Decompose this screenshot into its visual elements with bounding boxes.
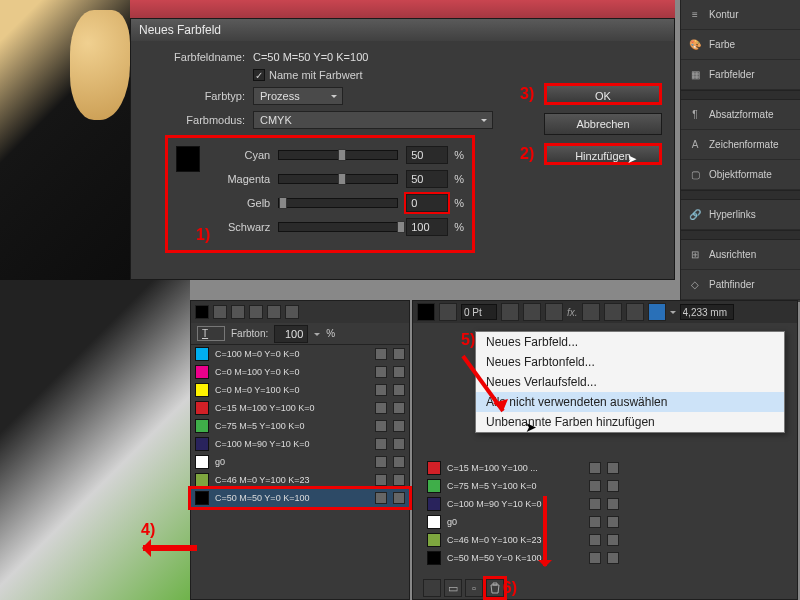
- panel-tab-objektformate[interactable]: ▢ Objektformate: [681, 160, 800, 190]
- swatch-chip: [195, 473, 209, 487]
- toolbar-icon[interactable]: [267, 305, 281, 319]
- swatch-row[interactable]: C=100 M=0 Y=0 K=0: [191, 345, 409, 363]
- panel-tab-hyperlinks[interactable]: 🔗 Hyperlinks: [681, 200, 800, 230]
- swatch-row[interactable]: C=46 M=0 Y=100 K=23: [191, 471, 409, 489]
- gelb-slider[interactable]: [278, 198, 398, 208]
- panel-tab-kontur[interactable]: ≡ Kontur: [681, 0, 800, 30]
- arrow-6: [543, 496, 547, 566]
- pct-label: %: [454, 173, 464, 185]
- swatch-mode-icon: [393, 402, 405, 414]
- swatch-row[interactable]: C=100 M=90 Y=10 K=0: [423, 495, 623, 513]
- new-group-icon[interactable]: ▭: [444, 579, 462, 597]
- cursor-icon: ➤: [627, 149, 637, 169]
- swatch-row[interactable]: g0: [423, 513, 623, 531]
- ok-button[interactable]: OK: [544, 83, 662, 105]
- swatches-panel-right: fx. 5) Neues Farbfeld...Neues Farbtonfel…: [412, 300, 798, 600]
- toolbar-icon[interactable]: [501, 303, 519, 321]
- panel-tab-farbfelder[interactable]: ▦ Farbfelder: [681, 60, 800, 90]
- fill-icon[interactable]: [417, 303, 435, 321]
- magenta-input[interactable]: [406, 170, 448, 188]
- swatch-mode-icon: [393, 456, 405, 468]
- toolbar-icon[interactable]: [545, 303, 563, 321]
- toolbar-icon[interactable]: [626, 303, 644, 321]
- swatch-row[interactable]: C=100 M=90 Y=10 K=0: [191, 435, 409, 453]
- background-photo-bottom: [0, 280, 190, 600]
- cmyk-sliders-group: Cyan % Magenta % Gelb % Schwarz %: [165, 135, 475, 253]
- toolbar-icon[interactable]: [604, 303, 622, 321]
- swatch-row[interactable]: C=15 M=100 Y=100 K=0: [191, 399, 409, 417]
- color-type-select[interactable]: Prozess: [253, 87, 343, 105]
- swatch-row[interactable]: C=75 M=5 Y=100 K=0: [423, 477, 623, 495]
- swatch-mode-icon: [607, 552, 619, 564]
- panel-tab-farbe[interactable]: 🎨 Farbe: [681, 30, 800, 60]
- toolbar-icon[interactable]: [648, 303, 666, 321]
- swatch-row[interactable]: C=50 M=50 Y=0 K=100: [191, 489, 409, 507]
- cyan-input[interactable]: [406, 146, 448, 164]
- swatch-type-icon: [589, 498, 601, 510]
- panel-tab-zeichenformate[interactable]: A Zeichenformate: [681, 130, 800, 160]
- fx-label[interactable]: fx.: [567, 307, 578, 318]
- swatches-panel-left: T Farbton: % C=100 M=0 Y=0 K=0 C=0 M=100…: [190, 300, 410, 600]
- measure-input[interactable]: [680, 304, 734, 320]
- objektformate-icon: ▢: [687, 167, 703, 183]
- stroke-weight-input[interactable]: [461, 304, 497, 320]
- toolbar-icon[interactable]: [213, 305, 227, 319]
- swatch-type-icon: [375, 402, 387, 414]
- swatch-row[interactable]: C=15 M=100 Y=100 ...: [423, 459, 623, 477]
- tip-indicator[interactable]: T: [197, 326, 225, 341]
- arrow-4: [143, 545, 197, 551]
- magenta-slider[interactable]: [278, 174, 398, 184]
- swatch-mode-icon: [607, 480, 619, 492]
- swatch-type-icon: [375, 492, 387, 504]
- swatch-name: C=75 M=5 Y=100 K=0: [215, 421, 369, 431]
- swatch-row[interactable]: C=46 M=0 Y=100 K=23: [423, 531, 623, 549]
- panel-tab-label: Absatzformate: [709, 109, 773, 120]
- menu-item[interactable]: Neues Farbfeld...: [476, 332, 784, 352]
- show-variants-icon[interactable]: [423, 579, 441, 597]
- panel-tab-pathfinder[interactable]: ◇ Pathfinder: [681, 270, 800, 300]
- fill-stroke-icon[interactable]: [195, 305, 209, 319]
- tint-input[interactable]: [274, 325, 308, 343]
- gelb-input[interactable]: [406, 194, 448, 212]
- chevron-down-icon[interactable]: [314, 333, 320, 339]
- toolbar-icon[interactable]: [582, 303, 600, 321]
- swatch-row[interactable]: C=0 M=100 Y=0 K=0: [191, 363, 409, 381]
- background-red-strip: [130, 0, 675, 20]
- schwarz-slider[interactable]: [278, 222, 398, 232]
- toolbar-icon[interactable]: [249, 305, 263, 319]
- name-with-value-checkbox[interactable]: [253, 69, 265, 81]
- swatch-chip: [427, 515, 441, 529]
- swatch-chip: [195, 365, 209, 379]
- swatch-name: g0: [447, 517, 583, 527]
- swatch-chip: [195, 347, 209, 361]
- swatch-row[interactable]: C=0 M=0 Y=100 K=0: [191, 381, 409, 399]
- delete-swatch-icon[interactable]: [486, 579, 504, 597]
- swatch-chip: [195, 419, 209, 433]
- swatch-row[interactable]: g0: [191, 453, 409, 471]
- add-button[interactable]: Hinzufügen ➤: [544, 143, 662, 165]
- swatch-mode-icon: [607, 498, 619, 510]
- toolbar-icon[interactable]: [285, 305, 299, 319]
- swatch-chip: [427, 533, 441, 547]
- schwarz-input[interactable]: [406, 218, 448, 236]
- panel-tab-ausrichten[interactable]: ⊞ Ausrichten: [681, 240, 800, 270]
- cancel-button[interactable]: Abbrechen: [544, 113, 662, 135]
- toolbar-icon[interactable]: [231, 305, 245, 319]
- chevron-down-icon[interactable]: [670, 311, 676, 317]
- swatch-row[interactable]: C=75 M=5 Y=100 K=0: [191, 417, 409, 435]
- color-mode-select[interactable]: CMYK: [253, 111, 493, 129]
- swatch-mode-icon: [393, 384, 405, 396]
- new-swatch-icon[interactable]: ▫: [465, 579, 483, 597]
- swatch-type-icon: [589, 480, 601, 492]
- swatch-row[interactable]: C=50 M=50 Y=0 K=100: [423, 549, 623, 567]
- cyan-slider[interactable]: [278, 150, 398, 160]
- swatch-type-icon: [589, 462, 601, 474]
- arrow-5: [453, 351, 523, 431]
- slider-row-magenta: Magenta %: [210, 170, 464, 188]
- swatch-mode-icon: [393, 438, 405, 450]
- panel-tab-absatzformate[interactable]: ¶ Absatzformate: [681, 100, 800, 130]
- tint-pct: %: [326, 328, 335, 339]
- toolbar-icon[interactable]: [439, 303, 457, 321]
- annotation-5: 5): [461, 331, 475, 349]
- toolbar-icon[interactable]: [523, 303, 541, 321]
